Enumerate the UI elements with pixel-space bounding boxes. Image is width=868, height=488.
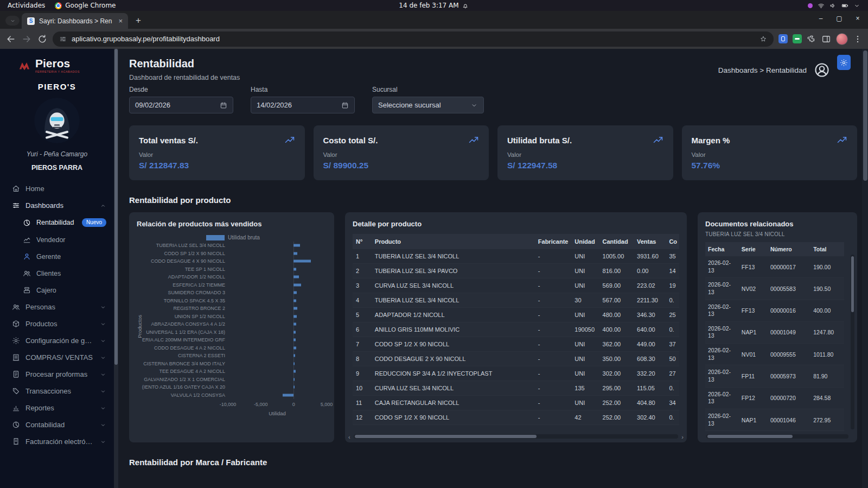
sidebar-item-cajero[interactable]: Cajero	[0, 282, 114, 299]
utilidad-bruta-bar[interactable]	[293, 378, 295, 381]
product-row[interactable]: 7CODO SP 1/2 X 90 NICOLL-UNI362.00449.00…	[353, 337, 679, 352]
sidebar-item-compras-ventas[interactable]: COMPRAS/ VENTAS	[0, 349, 114, 366]
sidebar-item-gerente[interactable]: Gerente	[0, 248, 114, 265]
product-row[interactable]: 12CODO SP 1/2 X 90 NICOLL-42252.00302.40…	[353, 410, 679, 425]
system-tray[interactable]	[808, 2, 860, 9]
brand-logo[interactable]: Pieros FERRETERIA Y ACABADOS	[17, 58, 114, 73]
product-row[interactable]: 6ANILLO GRIS 110MM MOLIVIC-190050400.006…	[353, 322, 679, 337]
utilidad-bruta-bar[interactable]	[293, 252, 297, 255]
utilidad-bruta-bar[interactable]	[293, 307, 297, 310]
tab-close-icon[interactable]: ×	[118, 17, 123, 24]
utilidad-bruta-bar[interactable]	[293, 244, 300, 247]
forward-icon[interactable]	[21, 34, 32, 45]
activities-button[interactable]: Actividades	[8, 2, 45, 9]
document-row[interactable]: 2026-02-13FF1300000017190.00	[705, 256, 844, 278]
product-row[interactable]: 11CAJA RECTANGULAR NICOLL-UNI252.00404.8…	[353, 396, 679, 410]
extensions-puzzle-icon[interactable]	[807, 34, 816, 44]
utilidad-bruta-bar[interactable]	[293, 354, 295, 357]
desde-date-input[interactable]: 09/02/2026	[129, 97, 233, 113]
sidebar-item-home[interactable]: Home	[0, 180, 114, 197]
extension-icon-green[interactable]	[793, 34, 802, 43]
utilidad-bruta-bar[interactable]	[293, 339, 295, 341]
sidebar-item-label: Personas	[25, 303, 55, 311]
product-row[interactable]: 10CURVA LUZ SEL 3/4 NICOLL-135295.00115.…	[353, 381, 679, 396]
sidebar-item-facturación-electrónica[interactable]: Facturación electrónica	[0, 433, 114, 450]
close-button[interactable]: ×	[854, 15, 861, 22]
document-row[interactable]: 2026-02-13FF1300000016400.00	[705, 300, 844, 321]
sidebar-item-personas[interactable]: Personas	[0, 299, 114, 315]
utilidad-bruta-bar[interactable]	[293, 315, 297, 318]
utilidad-bruta-bar[interactable]	[293, 362, 295, 365]
address-bar[interactable]: aplicativo.grupobasaly.pe/profitabilityd…	[53, 31, 774, 47]
sidebar-scrollbar[interactable]	[114, 49, 118, 488]
utilidad-bruta-bar[interactable]	[293, 268, 296, 270]
product-row[interactable]: 2TUBERIA LUZ SEL 3/4 PAVCO-UNI816.000.00…	[353, 264, 679, 278]
system-top-bar: Actividades Google Chrome 14 de feb 3:17…	[0, 0, 868, 11]
product-row[interactable]: 9REDUCCION SP 3/4 A 1/2 INYECTOPLAST-UNI…	[353, 366, 679, 381]
sidebar-item-transacciones[interactable]: Transacciones	[0, 383, 114, 400]
utilidad-bruta-bar[interactable]	[283, 394, 294, 396]
sidebar-item-procesar-proformas[interactable]: Procesar proformas	[0, 366, 114, 383]
site-info-icon[interactable]	[59, 35, 67, 43]
utilidad-bruta-bar[interactable]	[293, 299, 296, 302]
tab-search-button[interactable]	[5, 16, 20, 26]
document-row[interactable]: 2026-02-13NV01000095551011.80	[705, 344, 844, 365]
profile-avatar-button[interactable]	[814, 62, 830, 78]
utilidad-bruta-bar[interactable]	[293, 291, 297, 294]
sucursal-label: Sucursal	[372, 86, 484, 93]
product-table-hscrollbar[interactable]	[354, 434, 678, 439]
browser-tab[interactable]: S Sayri: Dashboards > Ren ×	[22, 13, 128, 29]
bookmark-star-icon[interactable]	[760, 35, 767, 43]
side-panel-icon[interactable]	[821, 34, 831, 44]
product-row[interactable]: 3CURVA LUZ SEL 3/4 NICOLL-UNI569.00223.0…	[353, 278, 679, 293]
minimize-button[interactable]: –	[817, 15, 825, 22]
sidebar-item-configuración-de-gastos[interactable]: Configuración de gastos	[0, 332, 114, 349]
utilidad-bruta-bar[interactable]	[293, 386, 294, 389]
hasta-date-input[interactable]: 14/02/2026	[251, 97, 355, 113]
documents-title: Documentos relacionados	[705, 220, 850, 228]
product-row[interactable]: 8CODO DESAGUE 2 X 90 NICOLL-UNI350.00608…	[353, 352, 679, 366]
reload-icon[interactable]	[37, 34, 48, 45]
scroll-left-arrow[interactable]: ‹	[348, 434, 350, 440]
browser-profile-avatar[interactable]	[836, 33, 848, 45]
document-row[interactable]: 2026-02-13NAP100001046272.95	[705, 409, 844, 430]
sidebar-item-clientes[interactable]: Clientes	[0, 265, 114, 282]
chart-category-label: REGISTRO BRONCE 2	[137, 306, 228, 311]
documents-vscrollbar[interactable]	[851, 255, 854, 429]
calendar-icon[interactable]	[341, 102, 349, 109]
sucursal-select[interactable]: Seleccione sucursal	[372, 97, 484, 113]
back-icon[interactable]	[5, 34, 16, 45]
utilidad-bruta-bar[interactable]	[293, 276, 298, 278]
document-row[interactable]: 2026-02-13NV0200005583190.50	[705, 278, 844, 300]
utilidad-bruta-bar[interactable]	[293, 283, 301, 286]
product-row[interactable]: 4TUBERIA LUZ SEL 3/4 NICOLL-30567.002211…	[353, 293, 679, 308]
sidebar-item-productos[interactable]: Productos	[0, 315, 114, 332]
product-row[interactable]: 5ADAPTADOR 1/2 NICOLL-UNI480.00346.3025	[353, 308, 679, 322]
page-scrollbar[interactable]	[862, 49, 868, 488]
product-row[interactable]: 1TUBERIA LUZ SEL 3/4 NICOLL-UNI1005.0039…	[353, 249, 679, 264]
floating-settings-button[interactable]	[837, 55, 851, 70]
document-row[interactable]: 2026-02-13NAP1000010491247.80	[705, 321, 844, 343]
user-avatar[interactable]	[34, 98, 80, 143]
utilidad-bruta-bar[interactable]	[293, 331, 296, 333]
sidebar-item-dashboards[interactable]: Dashboards	[0, 197, 114, 214]
new-tab-button[interactable]: +	[131, 14, 145, 28]
focused-app-menu[interactable]: Google Chrome	[55, 2, 116, 9]
maximize-button[interactable]: ▢	[835, 15, 843, 22]
extension-icon-blue[interactable]	[778, 34, 788, 43]
sidebar-item-contabilidad[interactable]: Contabilidad	[0, 416, 114, 433]
documents-hscrollbar[interactable]	[706, 434, 848, 439]
utilidad-bruta-bar[interactable]	[293, 346, 296, 349]
sidebar-item-vendedor[interactable]: Vendedor	[0, 231, 114, 248]
sidebar-item-reportes[interactable]: Reportes	[0, 400, 114, 416]
utilidad-bruta-bar[interactable]	[293, 370, 295, 373]
sidebar-item-rentabilidad[interactable]: RentabilidadNuevo	[0, 214, 114, 231]
clock-menu[interactable]: 14 de feb 3:17 AM	[399, 0, 469, 11]
scroll-right-arrow[interactable]: ›	[681, 434, 684, 440]
document-row[interactable]: 2026-02-13FP1200000720284.58	[705, 387, 844, 409]
calendar-icon[interactable]	[220, 102, 227, 109]
utilidad-bruta-bar[interactable]	[293, 323, 296, 326]
menu-kebab-icon[interactable]	[853, 34, 863, 44]
document-row[interactable]: 2026-02-13FP110000597381.90	[705, 365, 844, 387]
utilidad-bruta-bar[interactable]	[293, 260, 311, 263]
